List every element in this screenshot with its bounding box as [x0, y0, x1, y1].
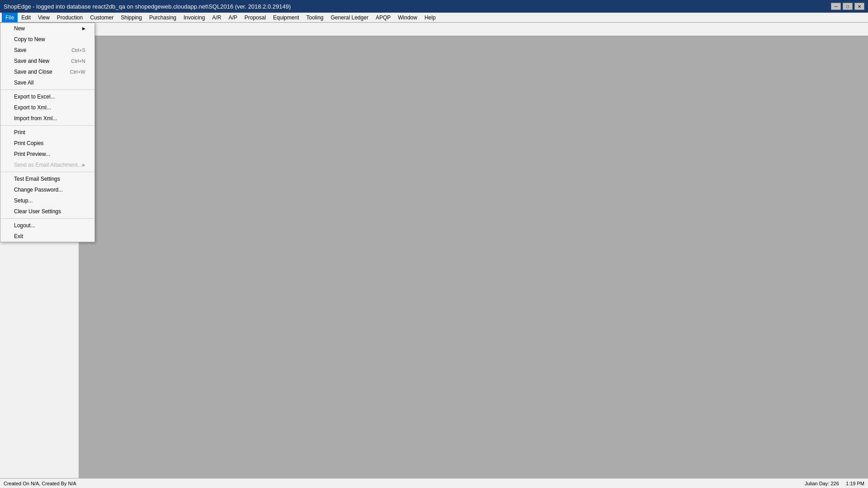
menu-item-production[interactable]: Production: [53, 13, 86, 22]
menu-item-window[interactable]: Window: [394, 13, 421, 22]
dropdown-label: Save: [14, 47, 26, 53]
dropdown-label: Export to Excel...: [14, 94, 55, 100]
dropdown-label: Setup...: [14, 197, 33, 204]
dropdown-separator: [0, 89, 94, 90]
status-right: Julian Day: 226 1:19 PM: [805, 481, 864, 486]
status-created: Created On N/A, Created By N/A: [4, 481, 76, 486]
status-bar: Created On N/A, Created By N/A Julian Da…: [0, 478, 868, 488]
dropdown-separator: [0, 218, 94, 219]
menu-item-tooling[interactable]: Tooling: [302, 13, 327, 22]
file-dropdown: New▶Copy to NewSaveCtrl+SSave and NewCtr…: [0, 23, 95, 242]
dropdown-label: New: [14, 25, 25, 32]
dropdown-item-save-and-close[interactable]: Save and CloseCtrl+W: [0, 66, 94, 77]
menu-bar: FileEditViewProductionCustomerShippingPu…: [0, 13, 868, 23]
menu-item-ap[interactable]: A/P: [225, 13, 241, 22]
dropdown-label: Test Email Settings: [14, 176, 60, 182]
dropdown-item-save-all[interactable]: Save All: [0, 77, 94, 88]
dropdown-label: Print: [14, 129, 25, 136]
dropdown-label: Logout...: [14, 222, 35, 229]
menu-item-ar[interactable]: A/R: [208, 13, 225, 22]
time-display: 1:19 PM: [846, 481, 864, 486]
title-controls: ─ □ ✕: [831, 3, 864, 10]
dropdown-shortcut: Ctrl+W: [70, 69, 85, 75]
dropdown-item-change-password-[interactable]: Change Password...: [0, 184, 94, 195]
menu-item-help[interactable]: Help: [421, 13, 439, 22]
dropdown-label: Clear User Settings: [14, 208, 61, 215]
title-bar: ShopEdge - logged into database react2db…: [0, 0, 868, 13]
content-area: [79, 36, 868, 478]
dropdown-separator: [0, 125, 94, 126]
menu-item-customer[interactable]: Customer: [86, 13, 117, 22]
dropdown-item-send-as-email-attachment-: Send as Email Attachment...▶: [0, 160, 94, 170]
menu-item-equipment[interactable]: Equipment: [269, 13, 302, 22]
dropdown-item-export-to-xml-[interactable]: Export to Xml...: [0, 102, 94, 113]
menu-item-purchasing[interactable]: Purchasing: [146, 13, 180, 22]
restore-button[interactable]: □: [843, 3, 853, 10]
dropdown-separator: [0, 172, 94, 172]
menu-item-view[interactable]: View: [34, 13, 53, 22]
dropdown-label: Save All: [14, 80, 33, 86]
dropdown-label: Export to Xml...: [14, 104, 51, 111]
dropdown-item-export-to-excel-[interactable]: Export to Excel...: [0, 91, 94, 102]
toolbar: 📄 💾: [0, 23, 868, 36]
close-button[interactable]: ✕: [854, 3, 864, 10]
minimize-button[interactable]: ─: [831, 3, 841, 10]
menu-item-proposal[interactable]: Proposal: [241, 13, 269, 22]
submenu-arrow-icon: ▶: [82, 26, 85, 31]
dropdown-item-import-from-xml-[interactable]: Import from Xml...: [0, 113, 94, 124]
dropdown-label: Save and New: [14, 58, 49, 64]
dropdown-item-print[interactable]: Print: [0, 127, 94, 138]
title-text: ShopEdge - logged into database react2db…: [4, 3, 291, 10]
dropdown-item-exit[interactable]: Exit: [0, 231, 94, 242]
menu-item-edit[interactable]: Edit: [18, 13, 34, 22]
dropdown-item-setup-[interactable]: Setup...: [0, 195, 94, 206]
dropdown-item-logout-[interactable]: Logout...: [0, 220, 94, 231]
dropdown-shortcut: Ctrl+S: [71, 47, 85, 53]
dropdown-label: Print Preview...: [14, 151, 50, 157]
dropdown-label: Copy to New: [14, 36, 45, 42]
dropdown-item-copy-to-new[interactable]: Copy to New: [0, 34, 94, 45]
menu-item-general-ledger[interactable]: General Ledger: [327, 13, 372, 22]
dropdown-item-print-preview-[interactable]: Print Preview...: [0, 149, 94, 160]
menu-item-shipping[interactable]: Shipping: [117, 13, 146, 22]
dropdown-shortcut: Ctrl+N: [71, 58, 85, 64]
dropdown-item-save[interactable]: SaveCtrl+S: [0, 45, 94, 56]
main-area: CustomersEquipmentGeneral LedgerInventor…: [0, 36, 868, 478]
dropdown-item-clear-user-settings[interactable]: Clear User Settings: [0, 206, 94, 217]
dropdown-item-test-email-settings[interactable]: Test Email Settings: [0, 174, 94, 184]
dropdown-item-print-copies[interactable]: Print Copies: [0, 138, 94, 149]
dropdown-label: Import from Xml...: [14, 115, 57, 122]
menu-item-file[interactable]: File: [2, 13, 18, 22]
dropdown-item-new[interactable]: New▶: [0, 23, 94, 34]
menu-item-apqp[interactable]: APQP: [372, 13, 394, 22]
submenu-arrow-icon: ▶: [82, 163, 85, 167]
menu-item-invoicing[interactable]: Invoicing: [180, 13, 208, 22]
dropdown-label: Change Password...: [14, 187, 63, 193]
julian-day: Julian Day: 226: [805, 481, 839, 486]
dropdown-label: Save and Close: [14, 69, 52, 75]
dropdown-label: Print Copies: [14, 140, 43, 146]
dropdown-label: Send as Email Attachment...: [14, 162, 82, 168]
dropdown-label: Exit: [14, 233, 23, 239]
dropdown-item-save-and-new[interactable]: Save and NewCtrl+N: [0, 56, 94, 66]
